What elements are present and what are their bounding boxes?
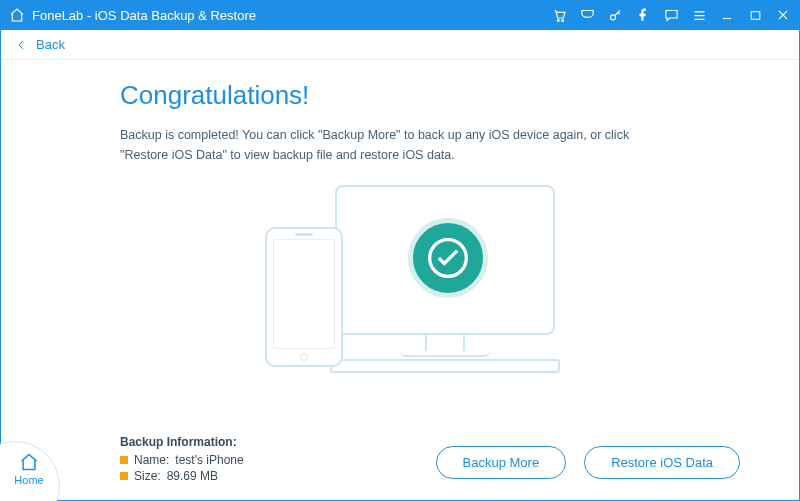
action-buttons: Backup More Restore iOS Data	[436, 446, 740, 479]
footer: Backup Information: Name: test's iPhone …	[0, 435, 800, 485]
restore-ios-data-button[interactable]: Restore iOS Data	[584, 446, 740, 479]
cart-icon[interactable]	[550, 6, 568, 24]
phone-shape	[265, 227, 343, 367]
feedback-icon[interactable]	[662, 6, 680, 24]
page-description: Backup is completed! You can click "Back…	[120, 125, 680, 165]
bullet-icon	[120, 456, 128, 464]
backup-more-button[interactable]: Backup More	[436, 446, 567, 479]
checkmark-icon	[408, 218, 488, 298]
home-icon	[19, 452, 39, 472]
titlebar-controls	[550, 6, 792, 24]
home-icon	[8, 6, 26, 24]
back-label: Back	[36, 37, 65, 52]
titlebar: FoneLab - iOS Data Backup & Restore	[0, 0, 800, 30]
menu-icon[interactable]	[690, 6, 708, 24]
maximize-icon[interactable]	[746, 6, 764, 24]
register-icon[interactable]	[578, 6, 596, 24]
backup-info-name: Name: test's iPhone	[120, 453, 436, 467]
success-illustration	[235, 185, 565, 375]
close-icon[interactable]	[774, 6, 792, 24]
svg-point-1	[561, 19, 563, 21]
name-label: Name:	[134, 453, 169, 467]
main-content: Congratulations! Backup is completed! Yo…	[0, 60, 800, 375]
page-heading: Congratulations!	[120, 80, 680, 111]
svg-rect-3	[751, 11, 760, 19]
facebook-icon[interactable]	[634, 6, 652, 24]
home-label: Home	[14, 474, 43, 486]
size-value: 89.69 MB	[167, 469, 218, 483]
bullet-icon	[120, 472, 128, 480]
name-value: test's iPhone	[175, 453, 243, 467]
back-row: Back	[0, 30, 800, 60]
keyboard-shape	[330, 359, 560, 373]
monitor-base-shape	[400, 351, 490, 357]
app-title: FoneLab - iOS Data Backup & Restore	[32, 8, 550, 23]
back-arrow-icon	[14, 39, 30, 51]
backup-info-title: Backup Information:	[120, 435, 436, 449]
minimize-icon[interactable]	[718, 6, 736, 24]
key-icon[interactable]	[606, 6, 624, 24]
backup-info-size: Size: 89.69 MB	[120, 469, 436, 483]
monitor-stand-shape	[425, 335, 465, 351]
svg-point-2	[610, 14, 615, 19]
back-button[interactable]: Back	[14, 37, 65, 52]
backup-info: Backup Information: Name: test's iPhone …	[120, 435, 436, 485]
size-label: Size:	[134, 469, 161, 483]
svg-point-0	[557, 19, 559, 21]
